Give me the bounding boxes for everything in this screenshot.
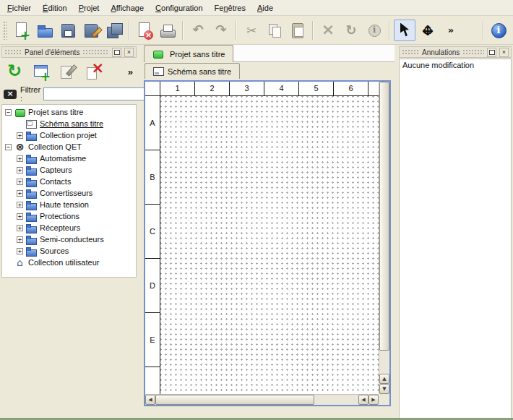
tree-expander[interactable]: − <box>5 109 12 116</box>
menu-aide[interactable]: Aide <box>251 1 279 15</box>
close-undo-panel-button[interactable]: × <box>499 48 509 57</box>
scroll-left-button[interactable]: ◀ <box>145 395 155 405</box>
delete-element-icon <box>85 62 104 81</box>
element-tree[interactable]: −Projet sans titreSchéma sans titre+Coll… <box>1 104 137 278</box>
toolbar-handle[interactable] <box>3 21 7 40</box>
tree-item[interactable]: +Automatisme <box>2 153 136 164</box>
menu-projet[interactable]: Projet <box>73 1 105 15</box>
tree-expander[interactable]: + <box>17 132 23 139</box>
scroll-down-button[interactable]: ▼ <box>379 384 389 394</box>
tree-item[interactable]: +Récepteurs <box>2 222 136 233</box>
tree-expander[interactable]: + <box>17 190 23 197</box>
print-button[interactable] <box>157 20 178 41</box>
tree-expander[interactable]: + <box>17 248 23 254</box>
tree-expander[interactable]: + <box>17 213 23 220</box>
tree-item[interactable]: +Capteurs <box>2 164 136 176</box>
save-project-button[interactable] <box>57 20 79 41</box>
menu-edition[interactable]: Édition <box>37 1 73 15</box>
delete-element-button[interactable] <box>83 60 106 83</box>
menu-fichier[interactable]: Fichier <box>1 1 37 15</box>
menu-configuration[interactable]: Configuration <box>150 1 208 15</box>
open-project-icon <box>36 22 53 39</box>
save-project-as-button[interactable] <box>80 20 102 41</box>
toolbar-extension-button[interactable]: » <box>440 20 462 41</box>
tree-item[interactable]: +Semi-conducteurs <box>2 233 136 245</box>
reload-collections-button[interactable]: ↻ <box>3 60 26 83</box>
tree-expander[interactable]: + <box>17 225 23 231</box>
tree-item[interactable]: +Convertisseurs <box>2 187 136 199</box>
horizontal-scrollbar[interactable]: ◀ ◀ ▶ <box>145 394 379 405</box>
tree-expander[interactable]: − <box>5 144 12 150</box>
filter-label: Filtrer : <box>20 85 40 103</box>
horizontal-scrollbar-thumb[interactable] <box>155 395 314 405</box>
tree-item[interactable]: Schéma sans titre <box>2 118 136 129</box>
selection-properties-button[interactable] <box>363 20 385 41</box>
select-mode-button[interactable] <box>394 20 415 41</box>
undo-button[interactable]: ↶ <box>187 20 209 41</box>
panel-toolbar-extension-button[interactable]: » <box>128 67 133 77</box>
dock-grip[interactable] <box>402 49 419 55</box>
folder-icon <box>26 235 37 244</box>
scroll-right-button[interactable]: ▶ <box>368 395 379 405</box>
new-project-button[interactable] <box>11 20 33 41</box>
folder-icon <box>26 154 37 163</box>
float-undo-panel-button[interactable] <box>487 48 496 57</box>
tree-expander[interactable]: + <box>17 202 23 208</box>
delete-selection-button[interactable]: × <box>317 20 339 41</box>
tree-item[interactable]: +Collection projet <box>2 129 136 141</box>
diagram-canvas[interactable] <box>160 96 379 394</box>
cut-button[interactable]: ✂ <box>241 20 262 41</box>
about-qet-button[interactable] <box>488 20 509 41</box>
close-project-button[interactable] <box>134 20 155 41</box>
scroll-up-button[interactable]: ▲ <box>379 374 389 384</box>
menu-affichage[interactable]: Affichage <box>105 1 150 15</box>
dock-grip[interactable] <box>82 49 109 55</box>
scroll-left-button-2[interactable]: ◀ <box>358 395 368 405</box>
schema-tab[interactable]: Schéma sans titre <box>145 63 240 79</box>
schema-tab-bar: Schéma sans titre <box>142 63 395 79</box>
copy-button[interactable] <box>264 20 285 41</box>
project-tab-bar: Projet sans titre <box>142 45 395 62</box>
vertical-scrollbar[interactable]: ▲ ▼ <box>379 82 389 394</box>
filter-input[interactable] <box>43 87 152 100</box>
undo-empty-text: Aucune modification <box>402 61 508 69</box>
close-panel-button[interactable]: × <box>124 48 134 57</box>
dock-grip[interactable] <box>462 49 484 55</box>
new-element-button[interactable] <box>30 60 53 83</box>
tree-expander[interactable]: + <box>17 167 23 173</box>
tree-expander[interactable]: + <box>17 179 23 185</box>
tree-expander[interactable]: + <box>17 155 23 162</box>
paste-button[interactable] <box>287 20 309 41</box>
dock-grip[interactable] <box>4 49 22 55</box>
float-panel-button[interactable] <box>112 48 121 57</box>
tree-item[interactable]: −⊗Collection QET <box>2 141 136 153</box>
tree-item[interactable]: −Projet sans titre <box>2 106 136 118</box>
tree-item[interactable]: +Haute tension <box>2 199 136 210</box>
tree-item[interactable]: ⌂Collection utilisateur <box>2 257 136 268</box>
tree-item[interactable]: +Contacts <box>2 176 136 187</box>
tree-expander[interactable]: + <box>17 236 23 243</box>
vertical-scrollbar-track[interactable] <box>379 351 389 374</box>
vertical-scrollbar-thumb[interactable] <box>379 82 389 351</box>
clear-filter-icon[interactable] <box>3 88 17 100</box>
column-label: 1 <box>160 82 195 95</box>
tree-item[interactable]: +Protections <box>2 210 136 222</box>
user-icon: ⌂ <box>14 258 25 267</box>
horizontal-scrollbar-track[interactable] <box>314 395 358 405</box>
open-project-button[interactable] <box>34 20 56 41</box>
tree-item-label: Contacts <box>40 177 71 186</box>
menu-fenetres[interactable]: Fenêtres <box>209 1 251 15</box>
redo-button[interactable]: ↷ <box>210 20 232 41</box>
project-tab[interactable]: Projet sans titre <box>144 45 233 62</box>
rotate-selection-button[interactable]: ↻ <box>340 20 362 41</box>
save-all-button[interactable] <box>103 20 125 41</box>
close-icon: × <box>127 49 131 56</box>
diagram-window: 123456 ABCDE ▲ ▼ ◀ ◀ ▶ <box>144 80 391 406</box>
edit-element-button[interactable] <box>56 60 79 83</box>
undo-list[interactable]: Aucune modification <box>399 59 512 419</box>
undo-panel-titlebar[interactable]: Annulations × <box>399 46 512 58</box>
tree-item[interactable]: +Sources <box>2 245 136 257</box>
ruler-corner <box>145 82 160 96</box>
elements-panel-titlebar[interactable]: Panel d'éléments × <box>1 46 137 58</box>
scroll-mode-button[interactable] <box>417 20 439 41</box>
